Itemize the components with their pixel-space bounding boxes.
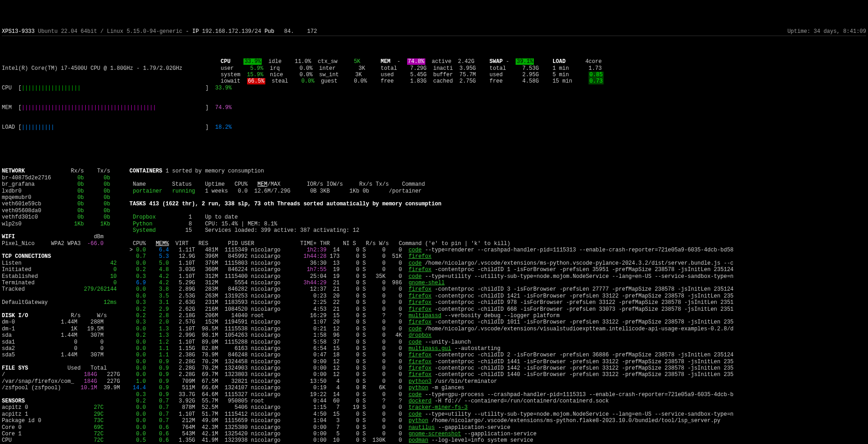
- proc-row[interactable]: 0.3 2.0 2.57G 152M 1194591 nicolargo 1:0…: [129, 319, 734, 325]
- uptime: Uptime: 34 days, 8:41:09: [787, 28, 866, 35]
- l15-lbl: 15 min: [553, 78, 572, 84]
- proc-row[interactable]: 0.2 2.9 2.62G 216M 1084520 nicolargo 4:5…: [129, 306, 734, 313]
- fs-used-lbl: Used: [67, 365, 81, 371]
- proc-row[interactable]: 0.0 0.6 543M 42.1M 1325420 nicolargo 0:0…: [129, 431, 537, 437]
- tcp-row: Terminated 0: [2, 280, 117, 286]
- proc-row[interactable]: 0.3 4.2 1.10T 312M 1115400 nicolargo 25:…: [129, 273, 734, 280]
- load-core: 4core: [585, 58, 602, 65]
- idle: 11.0%: [294, 58, 311, 65]
- sensor-row: CPU 72C: [2, 437, 103, 444]
- disk-row: sda 1.44M 307M: [2, 332, 103, 339]
- proc-row[interactable]: 0.0 3.8 2.89G 283M 846282 nicolargo 12:3…: [129, 286, 734, 293]
- proc-row[interactable]: 0.3 0.9 33.7G 64.6M 1115327 nicolargo 19…: [129, 392, 734, 398]
- net-row: wlp2s0 1Kb 1Kb: [2, 221, 110, 227]
- system: 15.9%: [247, 72, 264, 78]
- sused-lbl: used: [490, 72, 503, 78]
- disk-r: R/s: [71, 313, 81, 319]
- proc-row[interactable]: 0.0 0.9 2.28G 70.2M 1324903 nicolargo 0:…: [129, 365, 734, 371]
- mtotal-lbl: total: [381, 65, 397, 72]
- ph-cmd: Command ('e' to pin | 'k' to kill): [399, 240, 511, 247]
- proc-row[interactable]: 0.2 2.8 2.18G 206M 14040 root 16:29 15 0…: [129, 313, 559, 319]
- net-row: lxdbr0 0b 0b: [2, 188, 110, 194]
- ph-pid: PID: [228, 240, 238, 247]
- proc-row[interactable]: 0.0 1.1 2.38G 78.9M 846248 nicolargo 0:4…: [129, 352, 734, 358]
- mem-title: MEM: [381, 58, 391, 65]
- ql-load-lbl: LOAD: [2, 124, 15, 131]
- proc-row[interactable]: 0.0 0.7 878M 52.5M 5406 nicolargo 1:15 7…: [129, 404, 471, 411]
- iowait-lbl: iowait: [221, 78, 240, 84]
- proc-row[interactable]: 6.9 4.2 5.29G 312M 5554 nicolargo 3h44:2…: [129, 280, 448, 286]
- ql-cpu-lbl: CPU: [2, 85, 12, 91]
- wifi-sec: WPA2 WPA3: [51, 240, 81, 247]
- proc-row[interactable]: 0.3 3.1 2.63G 231M 1183593 nicolargo 2:2…: [129, 299, 734, 306]
- irq-lbl: irq: [270, 65, 280, 72]
- proc-row[interactable]: 0.2 0.7 3.92G 55.7M 950805 root 0:44 60 …: [129, 398, 609, 404]
- proc-row[interactable]: 0.0 0.7 1.10T 51.7M 1115412 nicolargo 4:…: [129, 411, 734, 418]
- cont-desc: 1 sorted by memory consumption: [165, 168, 264, 174]
- sfree-lbl: free: [490, 78, 503, 84]
- proc-row[interactable]: 0.5 0.6 1.35G 41.9M 1323938 nicolargo 0:…: [129, 437, 533, 444]
- proc-row[interactable]: 0.7 5.3 12.9G 396M 845992 nicolargo 1h44…: [129, 253, 435, 260]
- l1-lbl: 1 min: [553, 65, 569, 72]
- wifi-ssid: Pixel_Nico: [2, 240, 35, 247]
- proc-row[interactable]: 0.0 0.9 2.28G 69.7M 1323803 nicolargo 0:…: [129, 371, 734, 378]
- proc-row[interactable]: 1.0 0.9 709M 67.5M 32821 nicolargo 13:50…: [129, 378, 497, 385]
- net-row: mpqemubr0 0b 0b: [2, 194, 110, 201]
- ph-user: USER: [241, 240, 254, 247]
- sensors-title: SENSORS: [2, 398, 25, 404]
- nice: 0.0%: [300, 72, 313, 78]
- mem-box: MEM - 74.8% active 2.42G total 7.29G ina…: [381, 52, 476, 144]
- cont-name: portainer: [133, 188, 162, 194]
- ph-rs: R/s: [366, 240, 376, 247]
- net-row: br-40875d2e2716 0b 0b: [2, 175, 110, 181]
- fs-row: / 184G 227G: [2, 371, 120, 378]
- hostname: XPS13-9333: [2, 28, 35, 35]
- cpu-box: CPU 33.9% idle 11.0% ctx_sw 5K user 5.9%…: [221, 52, 367, 144]
- system-lbl: system: [221, 72, 240, 78]
- main-area: CONTAINERS 1 sorted by memory consumptio…: [129, 162, 866, 444]
- active: 2.42G: [458, 58, 475, 65]
- mused-lbl: used: [381, 72, 394, 78]
- disk-row: dm-0 1.44M 288M: [2, 319, 103, 325]
- cached-lbl: cached: [433, 78, 453, 84]
- idle-lbl: idle: [269, 58, 282, 65]
- wifi-val: -66.0: [87, 240, 103, 247]
- proc-row[interactable]: > 0.0 6.4 1.11T 481M 1115349 nicolargo 1…: [129, 247, 734, 253]
- cont-hdr: Name Status Uptime CPU% MEM/MAX IOR/s IO…: [133, 181, 425, 188]
- proc-row[interactable]: 0.0 1.2 1.10T 89.0M 1115288 nicolargo 5:…: [129, 339, 471, 345]
- ph-res: RES: [198, 240, 208, 247]
- cont-uptime: 1 weeks: [205, 188, 228, 194]
- l5-lbl: 5 min: [553, 72, 569, 78]
- tx-lbl: Tx/s: [97, 168, 110, 174]
- proc-row[interactable]: 0.0 0.6 764M 42.3M 1325380 nicolargo 0:0…: [129, 424, 510, 431]
- proc-row[interactable]: 0.0 0.7 212M 49.0M 1115659 nicolargo 1:0…: [129, 418, 720, 424]
- wifi-title: WIFI: [2, 234, 15, 240]
- rx-lbl: Rx/s: [71, 168, 84, 174]
- proc-row[interactable]: 0.0 0.9 2.28G 70.2M 1324458 nicolargo 0:…: [129, 359, 734, 365]
- amp-name: Dropbox: [133, 214, 172, 220]
- amp-result: CPU: 15.4% | MEM: 8.1%: [205, 221, 277, 227]
- l15: 0.73: [589, 78, 604, 84]
- tasks-hdr: TASKS 413 (1622 thr), 2 run, 338 slp, 73…: [129, 201, 441, 207]
- ctx-lbl: ctx_sw: [318, 58, 337, 65]
- proc-row[interactable]: 0.2 1.3 2.99G 98.1M 1054263 nicolargo 1:…: [129, 332, 435, 339]
- mtotal: 7.29G: [410, 65, 427, 72]
- proc-header: CPU% MEM% VIRT RES PID USER TIME+ THR NI…: [129, 240, 510, 247]
- swap-title: SWAP: [490, 58, 503, 65]
- swint: 3K: [355, 72, 362, 78]
- irq: 0.0%: [300, 65, 313, 72]
- proc-row[interactable]: 14.4 0.9 511M 66.6M 1324107 nicolargo 0:…: [129, 385, 465, 391]
- ph-ni: NI: [343, 240, 349, 247]
- load-bar: ||||||||||: [21, 124, 205, 131]
- sidebar: NETWORK Rx/s Tx/s br-40875d2e2716 0b 0b …: [2, 162, 120, 444]
- swap-pct: 39.1%: [516, 58, 534, 65]
- wifi-dbm-lbl: dBm: [94, 234, 104, 240]
- proc-row[interactable]: 0.0 1.1 1.15G 82.8M 6163 nicolargo 6:54 …: [129, 345, 501, 352]
- proc-row[interactable]: 0.0 5.0 1.10T 376M 1115803 nicolargo 36:…: [129, 260, 734, 266]
- ph-time: TIME+: [300, 240, 317, 247]
- proc-row[interactable]: 0.0 3.5 2.53G 263M 1319253 nicolargo 0:2…: [129, 293, 734, 299]
- tcp-row: Listen 42: [2, 260, 117, 266]
- fs-row: /var/snap/firefox/com_ 184G 227G: [2, 378, 120, 385]
- proc-row[interactable]: 0.0 1.3 1.10T 98.5M 1115538 nicolargo 0:…: [129, 326, 734, 332]
- proc-row[interactable]: 0.2 4.8 3.03G 360M 846224 nicolargo 1h7:…: [129, 266, 734, 273]
